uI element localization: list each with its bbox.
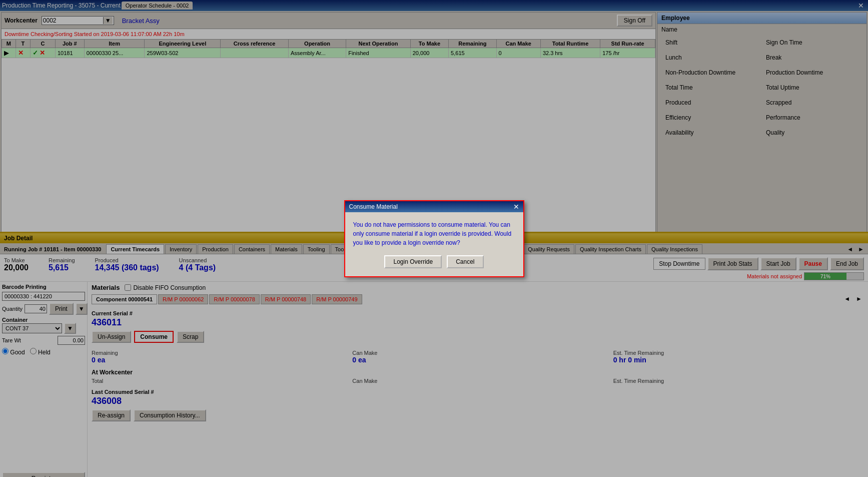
dialog-close-icon[interactable]: ✕ [513, 203, 519, 211]
dialog-body: You do not have permissions to consume m… [345, 212, 523, 276]
dialog-title: Consume Material [349, 203, 398, 210]
dialog-buttons: Login Override Cancel [353, 255, 515, 268]
dialog-overlay: Consume Material ✕ You do not have permi… [0, 0, 868, 477]
dialog-message: You do not have permissions to consume m… [353, 220, 515, 247]
cancel-button[interactable]: Cancel [447, 255, 483, 268]
login-override-button[interactable]: Login Override [384, 255, 442, 268]
dialog-title-bar: Consume Material ✕ [345, 201, 523, 212]
consume-material-dialog: Consume Material ✕ You do not have permi… [344, 200, 524, 277]
